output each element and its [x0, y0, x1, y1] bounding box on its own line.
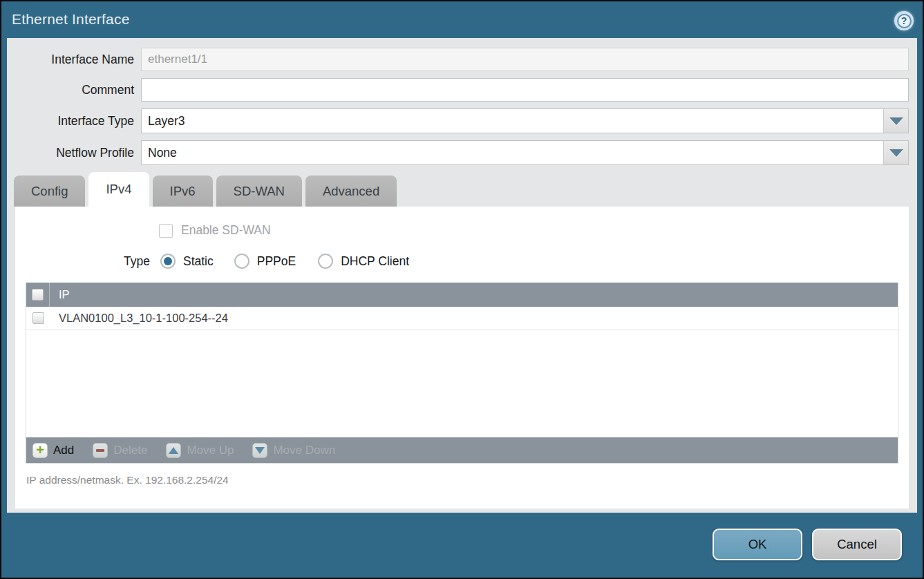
interface-type-dropdown[interactable]: Layer3: [141, 108, 909, 133]
radio-dhcp-circle[interactable]: [318, 254, 333, 269]
select-all-cell[interactable]: [26, 283, 50, 307]
help-icon[interactable]: ?: [894, 11, 914, 30]
netflow-profile-value: None: [142, 141, 883, 164]
move-down-button-label: Move Down: [273, 444, 335, 457]
table-toolbar: + Add Delete Move Up Move Down: [26, 437, 898, 463]
radio-static-circle[interactable]: [160, 254, 176, 269]
type-radio-group: Type Static PPPoE DHCP Client: [124, 254, 909, 269]
radio-pppoe-label: PPPoE: [257, 254, 296, 269]
ip-table-header: IP: [26, 283, 898, 307]
table-empty-area: [26, 330, 898, 437]
row-checkbox-cell[interactable]: [26, 312, 50, 324]
type-label: Type: [124, 254, 150, 269]
ipv4-tab-panel: Enable SD-WAN Type Static PPPoE DHCP Cli…: [15, 207, 909, 509]
chevron-down-icon: [889, 117, 903, 125]
radio-static[interactable]: Static: [160, 254, 214, 269]
question-mark-icon: ?: [897, 14, 912, 28]
netflow-profile-dropdown-button[interactable]: [883, 141, 908, 164]
interface-type-dropdown-button[interactable]: [883, 109, 908, 133]
tab-ipv6[interactable]: IPv6: [153, 175, 213, 207]
move-up-button[interactable]: Move Up: [166, 443, 234, 458]
comment-field[interactable]: [141, 78, 909, 102]
form-row-netflow-profile: Netflow Profile None: [7, 140, 909, 165]
ip-format-hint: IP address/netmask. Ex. 192.168.2.254/24: [26, 474, 909, 486]
delete-button-label: Delete: [113, 444, 147, 457]
arrow-down-icon: [252, 443, 267, 458]
form-row-comment: Comment: [7, 78, 909, 102]
interface-name-field: [141, 48, 909, 71]
interface-type-label: Interface Type: [7, 114, 141, 129]
select-all-checkbox[interactable]: [32, 289, 44, 301]
netflow-profile-label: Netflow Profile: [7, 146, 141, 160]
tab-ipv4[interactable]: IPv4: [88, 172, 149, 207]
table-row[interactable]: VLAN0100_L3_10-1-100-254--24: [26, 307, 898, 330]
move-down-button[interactable]: Move Down: [252, 443, 335, 458]
radio-static-label: Static: [183, 254, 214, 269]
cancel-button[interactable]: Cancel: [812, 529, 902, 560]
form-row-interface-name: Interface Name: [7, 48, 909, 71]
ip-address-value: VLAN0100_L3_10-1-100-254--24: [50, 312, 228, 325]
radio-pppoe[interactable]: PPPoE: [234, 254, 296, 269]
chevron-down-icon: [889, 149, 903, 157]
radio-pppoe-circle[interactable]: [234, 254, 249, 269]
move-up-button-label: Move Up: [187, 444, 234, 457]
enable-sdwan-checkbox: [159, 224, 173, 238]
ethernet-interface-dialog: Ethernet Interface ? Interface Name Comm…: [0, 0, 924, 579]
interface-form: Interface Name Comment Interface Type La…: [7, 38, 917, 165]
minus-icon: [93, 443, 108, 458]
interface-name-label: Interface Name: [7, 53, 141, 67]
radio-dhcp-client[interactable]: DHCP Client: [318, 254, 409, 269]
radio-dhcp-label: DHCP Client: [341, 254, 409, 269]
ip-column-header: IP: [50, 288, 70, 301]
dialog-body: Interface Name Comment Interface Type La…: [7, 38, 917, 513]
add-button[interactable]: + Add: [32, 443, 74, 458]
tab-sd-wan[interactable]: SD-WAN: [216, 175, 302, 207]
enable-sdwan-label: Enable SD-WAN: [181, 223, 271, 238]
interface-type-value: Layer3: [142, 109, 883, 133]
row-checkbox[interactable]: [32, 312, 44, 324]
dialog-title: Ethernet Interface: [12, 11, 130, 28]
ok-button[interactable]: OK: [713, 529, 802, 560]
comment-label: Comment: [7, 83, 141, 97]
ip-table: IP VLAN0100_L3_10-1-100-254--24 + Add: [26, 283, 898, 464]
tab-bar: Config IPv4 IPv6 SD-WAN Advanced: [14, 172, 917, 207]
dialog-titlebar: Ethernet Interface ?: [1, 1, 923, 38]
delete-button[interactable]: Delete: [93, 443, 147, 458]
netflow-profile-dropdown[interactable]: None: [141, 140, 909, 165]
form-row-interface-type: Interface Type Layer3: [7, 108, 909, 133]
enable-sdwan-row: Enable SD-WAN: [159, 207, 909, 238]
tab-advanced[interactable]: Advanced: [305, 175, 397, 207]
plus-icon: +: [32, 443, 48, 458]
arrow-up-icon: [166, 443, 181, 458]
tab-config[interactable]: Config: [14, 175, 85, 207]
add-button-label: Add: [53, 444, 74, 457]
